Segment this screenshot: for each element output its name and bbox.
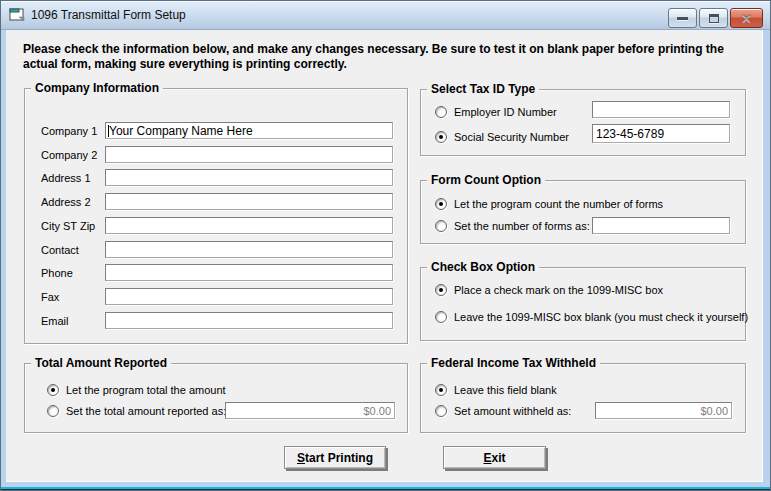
group-title: Form Count Option <box>427 173 545 187</box>
phone-input[interactable] <box>105 264 393 281</box>
address2-label: Address 2 <box>41 196 91 208</box>
group-title: Federal Income Tax Withheld <box>427 356 600 370</box>
set-count-label: Set the number of forms as: <box>454 220 590 232</box>
company1-label: Company 1 <box>41 125 97 137</box>
start-printing-button[interactable]: Start Printing <box>284 446 386 469</box>
set-total-radio[interactable] <box>47 405 59 417</box>
set-count-radio[interactable] <box>435 220 447 232</box>
titlebar: 1096 Transmittal Form Setup ✕ <box>1 1 770 30</box>
company1-input[interactable] <box>105 122 393 139</box>
fax-label: Fax <box>41 291 59 303</box>
set-withheld-radio[interactable] <box>435 405 447 417</box>
contact-input[interactable] <box>105 241 393 258</box>
exit-button[interactable]: Exit <box>443 446 546 469</box>
place-check-radio[interactable] <box>435 284 447 296</box>
program-count-radio[interactable] <box>435 198 447 210</box>
group-check-box-option: Check Box Option Place a check mark on t… <box>420 267 746 341</box>
employer-id-input[interactable] <box>592 101 730 118</box>
leave-box-blank-radio[interactable] <box>435 311 447 323</box>
citystzip-label: City ST Zip <box>41 220 95 232</box>
set-total-input[interactable] <box>225 402 395 419</box>
close-button[interactable]: ✕ <box>730 8 763 28</box>
program-total-label: Let the program total the amount <box>66 384 226 396</box>
window-title: 1096 Transmittal Form Setup <box>31 8 186 22</box>
ssn-radio[interactable] <box>435 131 447 143</box>
group-total-amount-reported: Total Amount Reported Let the program to… <box>24 363 408 433</box>
program-count-label: Let the program count the number of form… <box>454 198 663 210</box>
group-title: Total Amount Reported <box>31 356 171 370</box>
text-cursor <box>108 125 109 137</box>
group-federal-income-tax-withheld: Federal Income Tax Withheld Leave this f… <box>420 363 746 433</box>
leave-field-blank-label: Leave this field blank <box>454 384 557 396</box>
window-controls: ✕ <box>668 8 763 28</box>
leave-field-blank-radio[interactable] <box>435 384 447 396</box>
set-withheld-input[interactable] <box>595 402 732 419</box>
group-form-count-option: Form Count Option Let the program count … <box>420 180 746 244</box>
ssn-label: Social Security Number <box>454 131 569 143</box>
group-company-information: Company Information Company 1 Company 2 … <box>24 88 408 344</box>
group-title: Check Box Option <box>427 260 539 274</box>
place-check-label: Place a check mark on the 1099-MISC box <box>454 284 663 296</box>
fax-input[interactable] <box>105 288 393 305</box>
program-total-radio[interactable] <box>47 384 59 396</box>
set-total-label: Set the total amount reported as: <box>66 405 226 417</box>
set-count-input[interactable] <box>592 217 730 234</box>
contact-label: Contact <box>41 244 79 256</box>
phone-label: Phone <box>41 267 73 279</box>
address2-input[interactable] <box>105 193 393 210</box>
email-input[interactable] <box>105 312 393 329</box>
group-title: Company Information <box>31 81 163 95</box>
citystzip-input[interactable] <box>105 217 393 234</box>
leave-box-blank-label: Leave the 1099-MISC box blank (you must … <box>454 311 748 323</box>
company2-label: Company 2 <box>41 149 97 161</box>
close-icon: ✕ <box>741 12 752 25</box>
dialog-window: 1096 Transmittal Form Setup ✕ Please che… <box>0 0 771 491</box>
dialog-client-area: Please check the information below, and … <box>6 30 763 482</box>
employer-id-radio[interactable] <box>435 106 447 118</box>
company2-input[interactable] <box>105 146 393 163</box>
email-label: Email <box>41 315 69 327</box>
group-tax-id-type: Select Tax ID Type Employer ID Number So… <box>420 89 746 156</box>
group-title: Select Tax ID Type <box>427 82 539 96</box>
employer-id-label: Employer ID Number <box>454 106 557 118</box>
maximize-button[interactable] <box>699 8 728 28</box>
maximize-icon <box>709 14 719 23</box>
ssn-input[interactable] <box>592 124 730 143</box>
address1-input[interactable] <box>105 169 393 186</box>
address1-label: Address 1 <box>41 172 91 184</box>
instructions-text: Please check the information below, and … <box>23 42 753 72</box>
minimize-button[interactable] <box>668 8 697 28</box>
minimize-icon <box>677 17 688 20</box>
set-withheld-label: Set amount withheld as: <box>454 405 571 417</box>
form-icon <box>9 8 25 22</box>
